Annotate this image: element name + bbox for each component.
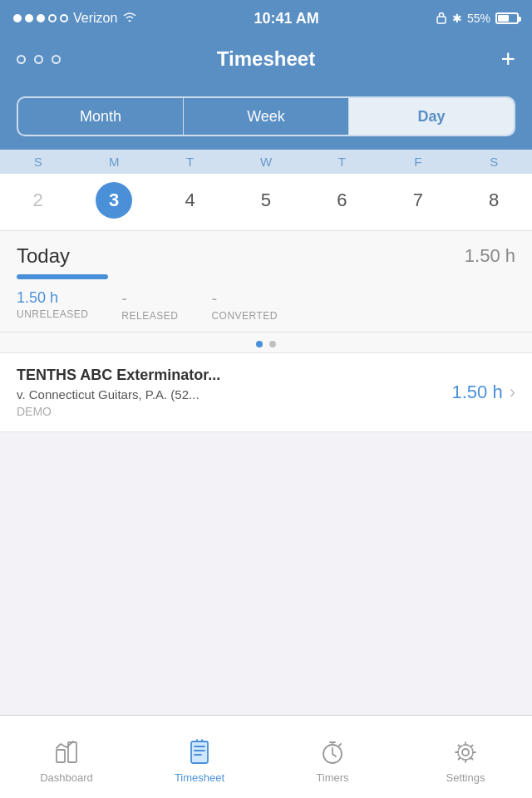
day-label-t2: T xyxy=(304,155,380,169)
pagination xyxy=(0,332,532,353)
chevron-right-icon: › xyxy=(510,382,515,403)
day-label-f: F xyxy=(380,155,456,169)
calendar-day-3[interactable]: 3 xyxy=(76,182,151,219)
svg-rect-1 xyxy=(57,750,65,762)
signal-dots xyxy=(13,14,68,22)
nav-dot-1[interactable] xyxy=(17,55,26,64)
progress-bar xyxy=(17,274,108,279)
nav-dots xyxy=(17,55,61,64)
stats-row: 1.50 h UNRELEASED - RELEASED - CONVERTED xyxy=(17,289,515,322)
unreleased-label: UNRELEASED xyxy=(17,308,88,320)
lock-icon xyxy=(436,11,447,27)
day-label-t1: T xyxy=(152,155,228,169)
wifi-icon xyxy=(122,11,137,26)
calendar-day-2[interactable]: 2 xyxy=(0,182,76,219)
tab-day[interactable]: Day xyxy=(349,98,514,135)
battery-percent: 55% xyxy=(467,12,490,25)
status-right: ✱ 55% xyxy=(436,11,519,27)
day-label-m: M xyxy=(76,155,151,169)
calendar-day-6[interactable]: 6 xyxy=(304,182,380,219)
tab-settings[interactable]: Settings xyxy=(399,730,532,784)
entry-info: TENTHS ABC Exterminator... v. Connecticu… xyxy=(17,367,452,418)
converted-label: CONVERTED xyxy=(211,310,278,322)
today-label: Today xyxy=(17,244,70,268)
calendar-header: S M T W T F S xyxy=(0,150,532,174)
entry-right: 1.50 h › xyxy=(452,382,516,403)
stat-unreleased: 1.50 h UNRELEASED xyxy=(17,289,88,322)
converted-value: - xyxy=(211,289,278,308)
segment-container: Month Week Day xyxy=(0,86,532,150)
calendar-day-5[interactable]: 5 xyxy=(228,182,303,219)
calendar-day-4[interactable]: 4 xyxy=(152,182,228,219)
tab-timesheet[interactable]: Timesheet xyxy=(133,730,266,784)
today-section: Today 1.50 h 1.50 h UNRELEASED - RELEASE… xyxy=(0,231,532,332)
entry-row[interactable]: TENTHS ABC Exterminator... v. Connecticu… xyxy=(0,353,532,432)
svg-rect-3 xyxy=(191,741,208,763)
status-left: Verizon xyxy=(13,11,137,26)
carrier-label: Verizon xyxy=(73,11,117,26)
today-total-hours: 1.50 h xyxy=(465,245,515,267)
bluetooth-icon: ✱ xyxy=(452,12,462,25)
tab-timers-label: Timers xyxy=(316,771,348,784)
nav-dot-2[interactable] xyxy=(34,55,43,64)
page-dot-2[interactable] xyxy=(269,341,276,347)
nav-bar: Timesheet + xyxy=(0,37,532,86)
segment-control: Month Week Day xyxy=(17,96,515,136)
calendar-day-7[interactable]: 7 xyxy=(380,182,456,219)
tab-timesheet-label: Timesheet xyxy=(175,771,224,784)
tab-week[interactable]: Week xyxy=(184,98,349,135)
tab-settings-label: Settings xyxy=(446,771,485,784)
stat-converted: - CONVERTED xyxy=(211,289,278,322)
battery-icon xyxy=(495,12,519,24)
today-header: Today 1.50 h xyxy=(17,244,515,268)
released-value: - xyxy=(121,289,178,308)
svg-rect-0 xyxy=(437,17,446,23)
tab-timers[interactable]: Timers xyxy=(266,730,399,784)
status-time: 10:41 AM xyxy=(254,10,318,27)
day-label-s1: S xyxy=(0,155,76,169)
page-dot-1[interactable] xyxy=(256,341,263,347)
entry-hours: 1.50 h xyxy=(452,382,503,403)
add-button[interactable]: + xyxy=(500,47,515,71)
tab-dashboard-label: Dashboard xyxy=(40,771,93,784)
calendar-day-8[interactable]: 8 xyxy=(456,182,532,219)
released-label: RELEASED xyxy=(121,310,178,322)
tab-dashboard[interactable]: Dashboard xyxy=(0,730,133,784)
page-title: Timesheet xyxy=(217,47,315,71)
tab-month[interactable]: Month xyxy=(18,98,184,135)
entry-title: TENTHS ABC Exterminator... xyxy=(17,367,452,384)
day-label-s2: S xyxy=(456,155,532,169)
tab-bar: Dashboard Timesheet Timers Settings xyxy=(0,715,532,798)
svg-point-5 xyxy=(462,749,469,756)
entry-tag: DEMO xyxy=(17,405,452,418)
unreleased-value: 1.50 h xyxy=(17,289,88,307)
status-bar: Verizon 10:41 AM ✱ 55% xyxy=(0,0,532,37)
day-label-w: W xyxy=(228,155,303,169)
calendar-row: 2 3 4 5 6 7 8 xyxy=(0,174,532,231)
entry-subtitle: v. Connecticut Guitars, P.A. (52... xyxy=(17,387,452,401)
stat-released: - RELEASED xyxy=(121,289,178,322)
nav-dot-3[interactable] xyxy=(52,55,61,64)
